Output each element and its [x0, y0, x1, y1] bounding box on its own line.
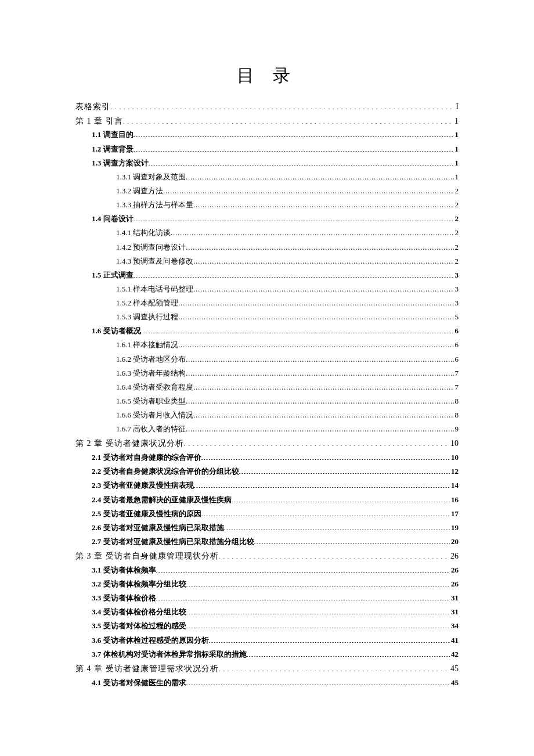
- toc-leader-dots: [254, 537, 450, 544]
- toc-leader-dots: [247, 649, 450, 657]
- toc-entry: 1.3 调查方案设计1: [75, 157, 459, 169]
- toc-entry-label: 1.6.1 样本接触情况: [116, 339, 178, 351]
- toc-entry-label: 3.3 受访者体检价格: [92, 592, 156, 604]
- toc-entry-label: 1.1 调查目的: [92, 129, 134, 141]
- toc-entry-label: 2.3 受访者亚健康及慢性病表现: [92, 480, 194, 491]
- toc-entry-page: 10: [450, 452, 459, 463]
- toc-entry-label: 1.5.1 样本电话号码整理: [116, 283, 193, 295]
- toc-entry-label: 3.4 受访者体检价格分组比较: [92, 606, 186, 618]
- toc-leader-dots: [232, 495, 450, 502]
- toc-entry-label: 1.6.4 受访者受教育程度: [116, 381, 193, 393]
- toc-entry-page: 42: [450, 649, 459, 660]
- toc-entry-page: 7: [454, 381, 459, 393]
- toc-entry-label: 1.3 调查方案设计: [92, 157, 149, 169]
- toc-leader-dots: [186, 678, 450, 685]
- toc-entry-page: 3: [454, 269, 459, 281]
- toc-entry-page: 2: [454, 255, 459, 267]
- toc-entry-label: 第 2 章 受访者健康状况分析: [75, 437, 184, 450]
- toc-leader-dots: [178, 340, 453, 347]
- toc-entry: 2.7 受访者对亚健康及慢性病已采取措施分组比较20: [75, 536, 459, 548]
- toc-entry-label: 1.4.3 预调查及问卷修改: [116, 255, 193, 267]
- toc-entry: 第 1 章 引言1: [75, 115, 459, 128]
- toc-entry: 2.2 受访者自身健康状况综合评价的分组比较12: [75, 466, 459, 477]
- toc-leader-dots: [156, 593, 450, 600]
- toc-entry: 1.6.5 受访者职业类型8: [75, 395, 459, 407]
- toc-leader-dots: [178, 312, 453, 319]
- toc-entry: 2.1 受访者对自身健康的综合评价10: [75, 452, 459, 463]
- toc-entry-page: 8: [454, 395, 459, 407]
- toc-entry: 3.6 受访者体检过程感受的原因分析41: [75, 635, 459, 646]
- toc-entry: 1.6.2 受访者地区分布6: [75, 354, 459, 365]
- toc-entry-label: 1.6 受访者概况: [92, 325, 141, 337]
- toc-entry-page: 1: [453, 115, 459, 128]
- toc-entry: 3.7 体检机构对受访者体检异常指标采取的措施42: [75, 649, 459, 660]
- toc-entry: 1.6.7 高收入者的特征9: [75, 423, 459, 435]
- toc-entry-label: 1.4 问卷设计: [92, 213, 134, 225]
- toc-entry-page: 9: [454, 423, 459, 435]
- toc-leader-dots: [193, 256, 453, 264]
- toc-entry-label: 3.6 受访者体检过程感受的原因分析: [92, 635, 209, 646]
- toc-entry-label: 2.1 受访者对自身健康的综合评价: [92, 452, 201, 463]
- toc-leader-dots: [186, 172, 453, 179]
- toc-leader-dots: [219, 663, 450, 671]
- toc-leader-dots: [186, 579, 450, 586]
- toc-leader-dots: [201, 509, 450, 516]
- toc-entry-label: 1.4.1 结构化访谈: [116, 227, 171, 239]
- toc-entry: 3.3 受访者体检价格31: [75, 592, 459, 604]
- toc-entry-label: 3.2 受访者体检频率分组比较: [92, 578, 186, 590]
- toc-entry-label: 1.6.6 受访者月收入情况: [116, 409, 193, 421]
- toc-leader-dots: [186, 354, 453, 362]
- toc-entry-page: 1: [454, 129, 459, 141]
- toc-entry-page: 31: [450, 606, 459, 618]
- toc-entry-label: 2.5 受访者亚健康及慢性病的原因: [92, 508, 201, 520]
- toc-leader-dots: [156, 565, 450, 573]
- toc-entry: 1.3.3 抽样方法与样本量2: [75, 199, 459, 211]
- toc-entry-page: 12: [450, 466, 459, 477]
- toc-entry-page: 20: [450, 536, 459, 548]
- toc-entry-label: 3.5 受访者对体检过程的感受: [92, 620, 186, 632]
- toc-entry-page: 2: [454, 242, 459, 253]
- toc-entry: 1.6 受访者概况6: [75, 325, 459, 337]
- toc-entry-label: 第 3 章 受访者自身健康管理现状分析: [75, 550, 219, 563]
- toc-entry-label: 2.2 受访者自身健康状况综合评价的分组比较: [92, 466, 239, 477]
- toc-entry: 1.4.2 预调查问卷设计2: [75, 242, 459, 253]
- toc-entry-page: 8: [454, 409, 459, 421]
- toc-entry: 1.6.3 受访者年龄结构7: [75, 368, 459, 379]
- toc-leader-dots: [224, 523, 450, 530]
- toc-entry-page: 3: [454, 297, 459, 309]
- toc-leader-dots: [134, 129, 454, 137]
- toc-leader-dots: [178, 298, 453, 305]
- toc-leader-dots: [186, 607, 450, 614]
- table-of-contents: 表格索引I第 1 章 引言11.1 调查目的11.2 调查背景11.3 调查方案…: [75, 100, 459, 689]
- toc-leader-dots: [186, 242, 453, 250]
- toc-entry: 2.5 受访者亚健康及慢性病的原因17: [75, 508, 459, 520]
- toc-leader-dots: [193, 284, 453, 291]
- toc-entry-page: 16: [450, 494, 459, 506]
- toc-entry-page: 6: [454, 325, 459, 337]
- toc-entry-page: 45: [450, 677, 459, 689]
- toc-leader-dots: [171, 228, 453, 235]
- toc-leader-dots: [184, 438, 450, 446]
- toc-entry-page: 26: [450, 578, 459, 590]
- toc-entry-page: 31: [450, 592, 459, 604]
- toc-entry-page: 5: [454, 311, 459, 323]
- toc-leader-dots: [193, 410, 453, 417]
- toc-entry-label: 1.6.3 受访者年龄结构: [116, 368, 186, 379]
- toc-leader-dots: [186, 424, 453, 431]
- toc-entry: 1.4 问卷设计2: [75, 213, 459, 225]
- toc-entry-page: 7: [454, 368, 459, 379]
- toc-leader-dots: [186, 396, 453, 404]
- toc-leader-dots: [193, 200, 453, 207]
- toc-entry-label: 2.7 受访者对亚健康及慢性病已采取措施分组比较: [92, 536, 254, 548]
- toc-entry-page: 26: [449, 550, 459, 563]
- toc-entry-page: 3: [454, 283, 459, 295]
- toc-entry: 1.5 正式调查3: [75, 269, 459, 281]
- toc-entry: 2.3 受访者亚健康及慢性病表现14: [75, 480, 459, 491]
- toc-entry-page: 6: [454, 354, 459, 365]
- toc-entry-label: 3.1 受访者体检频率: [92, 564, 156, 576]
- toc-entry-page: 1: [454, 143, 459, 155]
- toc-entry-page: 45: [449, 663, 459, 675]
- toc-entry-page: 34: [450, 620, 459, 632]
- toc-entry: 1.2 调查背景1: [75, 143, 459, 155]
- toc-entry-label: 1.3.2 调查方法: [116, 185, 163, 197]
